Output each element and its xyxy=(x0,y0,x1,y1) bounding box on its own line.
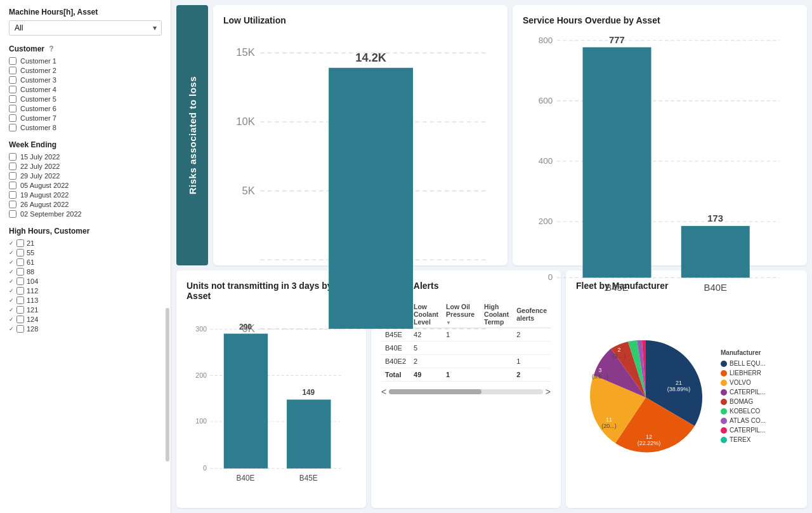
svg-text:149: 149 xyxy=(302,388,315,397)
pie-label-caterpil: 3 xyxy=(598,367,601,373)
customer-checkbox[interactable] xyxy=(9,95,16,103)
week-checkbox[interactable] xyxy=(9,201,16,208)
legend-item: BOMAG xyxy=(721,398,797,405)
customer-filter: Customer ? Customer 1Customer 2Customer … xyxy=(9,44,162,131)
scroll-left-arrow[interactable]: < xyxy=(381,387,386,397)
legend-item: TEREX xyxy=(721,436,797,443)
high-hours-checkbox[interactable] xyxy=(16,268,24,276)
high-hours-list: ✓21✓55✓61✓88✓104✓112✓113✓121✓124✓128 xyxy=(9,239,162,333)
week-label: 15 July 2022 xyxy=(20,153,60,161)
svg-text:B45E: B45E xyxy=(605,283,628,293)
scroll-right-arrow[interactable]: > xyxy=(546,387,551,397)
machine-hours-select[interactable]: All xyxy=(9,20,162,36)
pie-label-liebherr: 12 xyxy=(646,434,652,440)
high-hours-checkbox[interactable] xyxy=(16,249,24,256)
high-hours-item: ✓61 xyxy=(9,258,162,266)
units-bar-b45e xyxy=(287,399,331,468)
chevron-icon[interactable]: ✓ xyxy=(9,250,14,256)
customer-item: Customer 4 xyxy=(9,86,162,93)
cell-geofence: 1 xyxy=(513,355,551,368)
customer-checkbox[interactable] xyxy=(9,57,16,65)
customer-name: Customer 6 xyxy=(20,105,56,112)
customer-checkbox[interactable] xyxy=(9,105,16,112)
fleet-legend: BELL EQU... LIEBHERR VOLVO CATERPIL... B… xyxy=(721,360,797,443)
svg-text:5K: 5K xyxy=(242,185,255,197)
high-hours-value: 112 xyxy=(27,287,38,295)
customer-name: Customer 5 xyxy=(20,95,56,103)
pie-label-bell: 21 xyxy=(676,380,682,386)
week-item: 26 August 2022 xyxy=(9,201,162,208)
customer-checkbox[interactable] xyxy=(9,86,16,93)
sidebar-scrollbar-thumb[interactable] xyxy=(166,308,169,462)
low-util-bar xyxy=(329,68,413,329)
week-checkbox[interactable] xyxy=(9,210,16,218)
chevron-icon[interactable]: ✓ xyxy=(9,297,14,303)
high-hours-checkbox[interactable] xyxy=(16,287,24,295)
week-checkbox[interactable] xyxy=(9,163,16,170)
svg-text:173: 173 xyxy=(707,213,723,223)
week-item: 05 August 2022 xyxy=(9,182,162,189)
chevron-icon[interactable]: ✓ xyxy=(9,288,14,294)
high-hours-checkbox[interactable] xyxy=(16,306,24,314)
customer-item: Customer 7 xyxy=(9,114,162,122)
high-hours-checkbox[interactable] xyxy=(16,239,24,247)
customer-label: Customer ? xyxy=(9,44,162,53)
week-checkbox[interactable] xyxy=(9,182,16,189)
svg-text:290: 290 xyxy=(239,322,252,331)
high-hours-checkbox[interactable] xyxy=(16,316,24,323)
customer-name: Customer 7 xyxy=(20,114,56,122)
machine-hours-filter: Machine Hours[h], Asset All xyxy=(9,8,162,36)
high-hours-item: ✓21 xyxy=(9,239,162,247)
customer-help-icon[interactable]: ? xyxy=(49,44,53,53)
svg-text:0: 0 xyxy=(548,272,553,282)
scroll-thumb[interactable] xyxy=(389,389,481,394)
week-checkbox[interactable] xyxy=(9,191,16,199)
svg-text:B40E: B40E xyxy=(704,283,727,293)
legend-container: Manufacturer BELL EQU... LIEBHERR VOLVO … xyxy=(721,349,797,446)
sidebar-scrollbar xyxy=(166,0,169,513)
service-bar-b40e xyxy=(681,226,750,278)
sidebar: Machine Hours[h], Asset All Customer ? C… xyxy=(0,0,171,513)
customer-list: Customer 1Customer 2Customer 3Customer 4… xyxy=(9,57,162,131)
customer-item: Customer 6 xyxy=(9,105,162,112)
high-hours-checkbox[interactable] xyxy=(16,325,24,333)
week-checkbox[interactable] xyxy=(9,153,16,161)
week-checkbox[interactable] xyxy=(9,172,16,180)
service-bar-b45e xyxy=(583,47,652,277)
svg-text:400: 400 xyxy=(539,156,553,166)
high-hours-checkbox[interactable] xyxy=(16,277,24,285)
chevron-icon[interactable]: ✓ xyxy=(9,240,14,246)
legend-item: CATERPIL... xyxy=(721,427,797,434)
pie-label-caterpil-pct: (5.5...) xyxy=(592,373,608,380)
low-util-title: Low Utilization xyxy=(223,15,497,25)
customer-checkbox[interactable] xyxy=(9,114,16,122)
legend-label: TEREX xyxy=(730,436,750,443)
scroll-track xyxy=(389,389,543,394)
chevron-icon[interactable]: ✓ xyxy=(9,259,14,265)
customer-checkbox[interactable] xyxy=(9,67,16,74)
high-hours-item: ✓88 xyxy=(9,268,162,276)
chevron-icon[interactable]: ✓ xyxy=(9,326,14,332)
customer-item: Customer 2 xyxy=(9,67,162,74)
svg-text:200: 200 xyxy=(195,371,207,378)
week-item: 02 September 2022 xyxy=(9,210,162,218)
customer-checkbox[interactable] xyxy=(9,124,16,131)
pie-label-liebherr-pct: (22.22%) xyxy=(638,440,661,446)
legend-label: ATLAS CO... xyxy=(730,417,766,424)
chevron-icon[interactable]: ✓ xyxy=(9,316,14,323)
svg-text:0: 0 xyxy=(203,464,207,472)
high-hours-value: 128 xyxy=(27,325,38,333)
chevron-icon[interactable]: ✓ xyxy=(9,278,14,284)
chevron-icon[interactable]: ✓ xyxy=(9,307,14,313)
legend-item: KOBELCO xyxy=(721,408,797,415)
high-hours-filter: High Hours, Customer ✓21✓55✓61✓88✓104✓11… xyxy=(9,227,162,333)
machine-hours-select-wrapper[interactable]: All xyxy=(9,20,162,36)
svg-text:B45E: B45E xyxy=(299,474,318,483)
customer-checkbox[interactable] xyxy=(9,76,16,84)
customer-item: Customer 8 xyxy=(9,124,162,131)
high-hours-checkbox[interactable] xyxy=(16,296,24,304)
legend-dot xyxy=(721,380,727,386)
high-hours-checkbox[interactable] xyxy=(16,258,24,266)
svg-text:10K: 10K xyxy=(236,116,255,128)
chevron-icon[interactable]: ✓ xyxy=(9,269,14,275)
